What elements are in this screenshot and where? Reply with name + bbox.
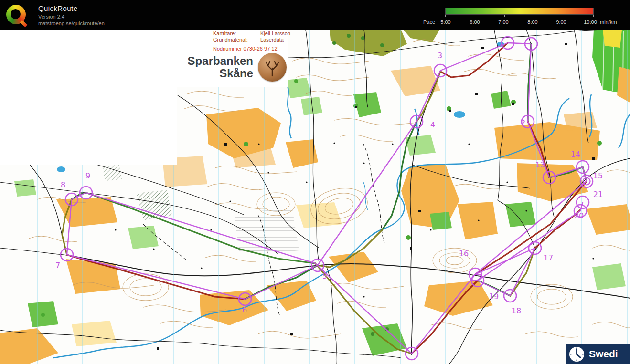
pace-unit: min/km (600, 19, 617, 25)
credit-mapper-label: Kartritare: (213, 31, 259, 37)
app-title: QuickRoute (38, 4, 77, 12)
sponsor-name: Sparbanken Skåne (176, 55, 258, 80)
control-number: 4 (430, 120, 435, 129)
map-credits: Kartritare: Kjell Larsson Grundmaterial:… (213, 31, 290, 52)
quickroute-logo-icon (6, 4, 27, 26)
sponsor-name-line2: Skåne (176, 67, 253, 80)
pace-tick-5: 10:00 (584, 19, 597, 25)
credit-emergency-value: 0730-26 97 12 (244, 46, 278, 52)
pace-label: Pace (423, 19, 435, 25)
pace-tick-marks (445, 15, 594, 17)
orienteering-map: 34256789131415202116171819 (0, 0, 630, 364)
credit-emergency-label: Nödnummer (213, 46, 242, 52)
control-number: 17 (544, 253, 553, 262)
pace-tick-3: 8:00 (527, 19, 537, 25)
control-number: 8 (61, 180, 65, 189)
credit-emergency: Nödnummer 0730-26 97 12 (213, 46, 290, 52)
sponsor-tree-icon (258, 53, 287, 82)
map-canvas[interactable]: 34256789131415202116171819 (0, 0, 630, 364)
swedish-league-logo: Swedi (566, 344, 630, 364)
credit-mapper: Kartritare: Kjell Larsson (213, 31, 290, 37)
pace-tick-4: 9:00 (556, 19, 566, 25)
title-bar: QuickRoute Version 2.4 matstroeng.se/qui… (0, 0, 630, 30)
control-number: 18 (512, 306, 521, 315)
sponsor-name-line1: Sparbanken (176, 55, 253, 67)
credit-base-label: Grundmaterial: (213, 37, 259, 43)
app-url[interactable]: matstroeng.se/quickroute/en (38, 21, 105, 26)
league-compass-icon (569, 346, 585, 362)
control-number: 2 (521, 118, 525, 127)
control-number: 20 (574, 211, 584, 220)
pace-gradient-bar (445, 8, 594, 15)
control-number: 6 (242, 305, 247, 314)
pace-tick-0: 5:00 (440, 19, 450, 25)
pace-tick-1: 6:00 (470, 19, 480, 25)
credit-base-value: Laserdata (260, 37, 284, 42)
app-version: Version 2.4 (38, 14, 64, 20)
control-number: 3 (438, 51, 442, 60)
credit-base: Grundmaterial: Laserdata (213, 37, 290, 43)
credit-mapper-value: Kjell Larsson (260, 31, 290, 36)
sponsor-logo: Sparbanken Skåne (176, 53, 287, 82)
pace-tick-2: 7:00 (498, 19, 508, 25)
control-number: 19 (489, 292, 499, 301)
control-number: 15 (593, 171, 603, 180)
control-number: 14 (571, 150, 580, 159)
league-logo-text: Swedi (589, 348, 618, 360)
control-number: 21 (593, 190, 603, 199)
control-number: 13 (535, 160, 545, 169)
control-number: 7 (55, 261, 60, 270)
control-number: 5 (322, 271, 327, 281)
control-number: 9 (85, 171, 90, 180)
control-number: 16 (459, 249, 469, 258)
